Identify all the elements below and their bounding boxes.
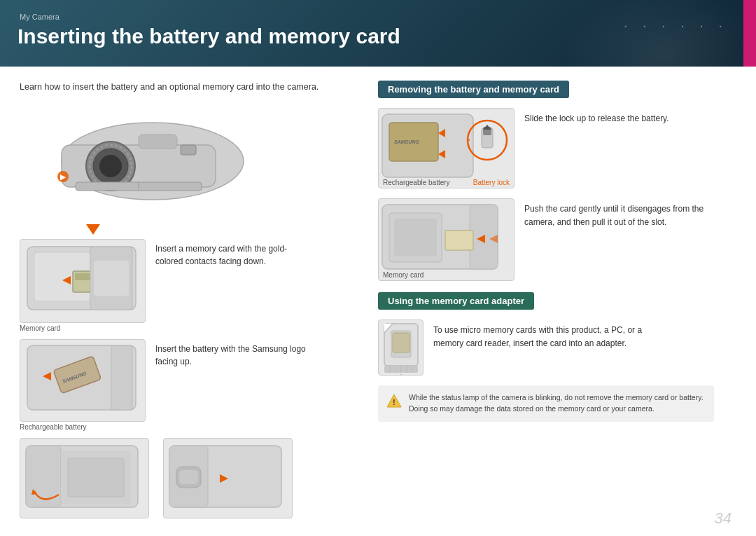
bottom-left-svg — [20, 439, 149, 518]
battery-removal-svg: SAMSUNG — [379, 109, 514, 188]
memory-card-caption: Insert a memory card with the gold-color… — [155, 239, 309, 268]
battery-image-box: SAMSUNG Rechargeable battery — [20, 339, 146, 431]
breadcrumb: My Camera — [20, 13, 59, 21]
svg-rect-6 — [139, 135, 177, 149]
battery-caption: Insert the battery with the Samsung logo… — [155, 339, 309, 368]
memory-card-removal-image: Memory card — [378, 198, 514, 281]
memory-card-removal-label: Memory card — [383, 271, 424, 279]
svg-rect-23 — [111, 345, 132, 410]
warning-icon: ! — [386, 393, 402, 408]
top-header: My Camera Inserting the battery and memo… — [0, 0, 756, 67]
svg-marker-62 — [398, 374, 405, 376]
svg-rect-18 — [94, 261, 129, 296]
memory-card-label: Memory card — [20, 324, 146, 332]
svg-rect-28 — [68, 458, 124, 497]
svg-rect-25 — [26, 446, 61, 507]
accent-bar — [743, 0, 756, 67]
arrow-down — [86, 224, 100, 235]
svg-point-4 — [99, 155, 122, 177]
battery-device-img: SAMSUNG — [20, 339, 146, 422]
intro-text: Learn how to insert the battery and an o… — [20, 81, 370, 94]
bottom-images-row — [20, 438, 370, 518]
rechargeable-battery-label: Rechargeable battery — [20, 423, 146, 431]
battery-slide-text: Slide the lock up to release the battery… — [524, 108, 669, 125]
memory-card-removal-row: Memory card Push the card gently until i… — [378, 198, 714, 281]
svg-rect-50 — [394, 219, 437, 256]
svg-rect-46 — [445, 231, 473, 250]
memory-card-device-img — [20, 239, 146, 323]
svg-text:!: ! — [393, 398, 396, 406]
memory-card-removal-svg — [379, 199, 514, 281]
page-title: Inserting the battery and memory card — [18, 25, 400, 48]
card-remove-text: Push the card gently until it disengages… — [524, 198, 714, 229]
bottom-left-image — [20, 438, 149, 518]
warning-text: While the status lamp of the camera is b… — [409, 392, 706, 415]
bottom-right-svg — [164, 439, 293, 518]
adapter-image — [378, 319, 424, 376]
adapter-section-header: Using the memory card adapter — [378, 292, 534, 310]
svg-rect-55 — [393, 333, 410, 352]
page-number: 34 — [715, 509, 732, 528]
battery-removal-device: SAMSUNG Rechargeable battery Battery loc… — [378, 108, 514, 188]
right-column: Removing the battery and memory card SAM… — [378, 81, 714, 422]
memory-card-removal-device: Memory card — [378, 198, 514, 281]
remove-section-header: Removing the battery and memory card — [378, 81, 569, 98]
header-decoration — [588, 7, 728, 63]
adapter-svg — [379, 320, 424, 376]
memory-card-row: Memory card Insert a memory card with th… — [20, 239, 370, 332]
svg-rect-33 — [179, 470, 198, 484]
battery-removal-image: SAMSUNG Rechargeable battery Battery loc… — [378, 108, 514, 188]
battery-removal-row: SAMSUNG Rechargeable battery Battery loc… — [378, 108, 714, 188]
memory-card-svg — [20, 240, 146, 323]
adapter-row: To use micro memory cards with this prod… — [378, 319, 714, 376]
svg-text:SAMSUNG: SAMSUNG — [394, 139, 419, 144]
left-column: Learn how to insert the battery and an o… — [20, 81, 370, 518]
bottom-left-device — [20, 438, 149, 518]
memory-card-image-box: Memory card — [20, 239, 146, 332]
rechargeable-battery-img-label: Rechargeable battery — [383, 179, 450, 186]
adapter-text: To use micro memory cards with this prod… — [433, 319, 664, 350]
battery-lock-img-label: Battery lock — [473, 179, 510, 186]
camera-illustration: ▶ — [41, 106, 265, 215]
camera-main-image: ▶ — [41, 106, 265, 219]
bottom-right-device — [163, 438, 293, 518]
battery-svg: SAMSUNG — [20, 340, 146, 422]
bottom-right-image — [163, 438, 293, 518]
battery-row: SAMSUNG Rechargeable battery Insert the … — [20, 339, 370, 431]
adapter-section: Using the memory card adapter — [378, 292, 714, 422]
warning-box: ! While the status lamp of the camera is… — [378, 385, 714, 422]
svg-text:▶: ▶ — [60, 173, 66, 181]
svg-rect-7 — [181, 145, 196, 155]
